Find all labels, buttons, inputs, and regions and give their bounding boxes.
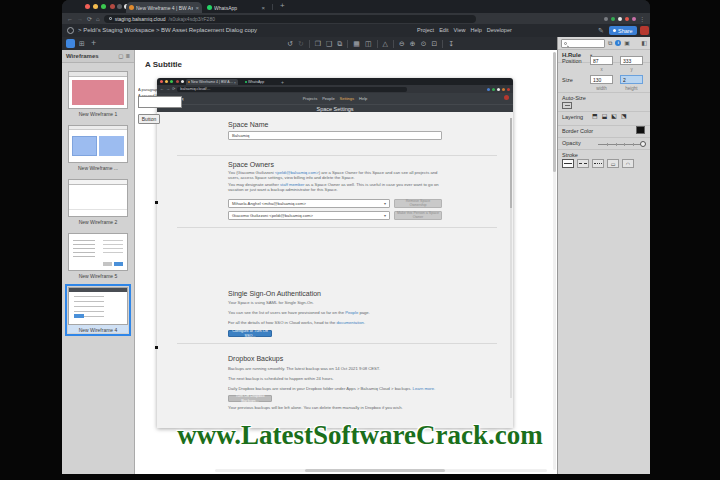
scrollbar-thumb[interactable]	[305, 469, 445, 472]
extension-icon	[492, 88, 495, 91]
extension-icon-1[interactable]	[604, 17, 608, 21]
wireframe-thumb-2[interactable]: New Wireframe ...	[68, 125, 128, 171]
url-text: balsamiq.cloud/…	[180, 87, 210, 91]
duplicate-icon[interactable]: ⧉	[608, 40, 612, 46]
profile-icon[interactable]	[632, 17, 636, 21]
send-to-back-icon[interactable]: ⬔	[621, 112, 627, 119]
menu-item[interactable]: Edit	[439, 27, 448, 33]
bring-to-front-icon[interactable]: ⬒	[592, 112, 598, 119]
mac-zoom-button	[170, 80, 173, 83]
zoom-out-icon[interactable]: ⊖	[399, 40, 405, 47]
corner-square-button[interactable]: ▭	[607, 159, 619, 168]
wireframe-thumbnail[interactable]	[68, 179, 128, 217]
stroke-dashed-button[interactable]	[577, 159, 589, 168]
canvas-horizontal-scrollbar[interactable]	[215, 469, 547, 472]
share-button[interactable]: Share	[609, 26, 637, 35]
sso-heading: Single Sign-On Authentication	[228, 290, 443, 297]
lock-icon[interactable]: △	[383, 40, 388, 47]
list-view-icon[interactable]: ≣	[125, 53, 130, 59]
menu-item[interactable]: Help	[470, 27, 481, 33]
width-input[interactable]	[590, 75, 613, 84]
copy-icon[interactable]: ❐	[315, 40, 321, 47]
canvas-subtitle-text[interactable]: A Subtitle	[145, 60, 182, 69]
canvas[interactable]: A Subtitle A paragraph of text A second …	[135, 50, 557, 474]
forward-icon[interactable]: →	[77, 16, 83, 22]
edit-pencil-icon[interactable]: ✎	[598, 27, 604, 35]
wireframe-view-toggle[interactable]	[66, 39, 75, 48]
home-icon[interactable]: ⌂	[96, 16, 100, 22]
selection-handle[interactable]	[155, 201, 158, 204]
mac-close-button[interactable]	[85, 4, 90, 9]
extension-icon-3[interactable]	[618, 17, 622, 21]
close-tab-icon[interactable]: ×	[261, 5, 265, 11]
browser-tab-whatsapp[interactable]: WhatsApp ×	[204, 2, 268, 13]
reload-icon[interactable]: ⟳	[87, 16, 92, 22]
send-backward-icon[interactable]: ⬕	[611, 112, 617, 119]
canvas-button[interactable]: Button	[138, 114, 160, 124]
thumbnail-view-icon[interactable]: ▢	[118, 53, 123, 59]
pinned-icon-1[interactable]	[110, 4, 115, 9]
zoom-actual-icon[interactable]: ⊙	[421, 40, 427, 47]
align-icon[interactable]: ◫	[365, 40, 372, 47]
space-name-input: Balsamiq	[228, 131, 442, 140]
grid-view-icon[interactable]: ⊞	[79, 39, 85, 48]
wireframe-thumbnail[interactable]	[68, 233, 128, 271]
browser-tab-balsamiq[interactable]: New Wireframe 4 | BW Asset | ×	[126, 2, 202, 13]
border-color-swatch[interactable]	[636, 126, 645, 134]
add-wireframe-button[interactable]: +	[91, 39, 96, 48]
panel-toggle-icon[interactable]: ◧	[641, 40, 647, 46]
address-bar[interactable]: staging.balsamiq.cloud /s0ukajx4sdp3/rF2…	[104, 15, 476, 23]
embedded-nav-menu: ProjectsPeopleSettingsHelp	[303, 96, 368, 101]
duplicate-icon[interactable]: ⧉	[337, 40, 342, 47]
wireframe-thumbnail[interactable]	[68, 125, 128, 163]
corner-round-button[interactable]: ◠	[622, 159, 634, 168]
height-input[interactable]	[620, 75, 643, 84]
position-y-input[interactable]	[620, 56, 643, 65]
breadcrumb[interactable]: > Peldi's Staging Workspace > BW Asset R…	[78, 27, 257, 33]
trash-icon[interactable]: ▣	[624, 40, 630, 46]
scrollbar-thumb[interactable]	[553, 52, 556, 172]
wireframe-thumbnail[interactable]	[68, 71, 128, 109]
canvas-text-input[interactable]	[138, 96, 182, 108]
mac-zoom-button[interactable]	[101, 4, 106, 9]
export-icon[interactable]: ↧	[448, 40, 454, 47]
undo-icon[interactable]: ↺	[287, 40, 293, 47]
wireframe-thumbnail[interactable]	[68, 287, 128, 325]
embedded-screenshot[interactable]: New Wireframe 4 | BW A… × WhatsApp + ← →…	[157, 78, 513, 428]
selection-handle[interactable]	[155, 346, 158, 349]
menu-item[interactable]: View	[454, 27, 466, 33]
position-x-input[interactable]	[590, 56, 613, 65]
zoom-in-icon[interactable]: ⊕	[410, 40, 416, 47]
wireframe-thumb-5[interactable]: New Wireframe 4	[68, 287, 128, 333]
opacity-slider-track[interactable]	[598, 144, 642, 145]
redo-icon[interactable]: ↻	[298, 40, 304, 47]
menu-item[interactable]: Project	[417, 27, 434, 33]
bring-forward-icon[interactable]: ⬓	[602, 112, 608, 119]
autosize-toggle-icon[interactable]	[562, 102, 572, 109]
info-icon[interactable]: i	[615, 40, 621, 46]
toolbar-icon	[442, 40, 443, 48]
canvas-vertical-scrollbar[interactable]	[553, 52, 556, 470]
zoom-fit-icon[interactable]: ⊡	[432, 40, 438, 47]
wireframe-thumb-1[interactable]: New Wireframe 1	[68, 71, 128, 117]
new-tab-button[interactable]: +	[280, 1, 285, 10]
quick-add-input[interactable]	[561, 39, 605, 48]
mac-minimize-button[interactable]	[93, 4, 98, 9]
crop-icon[interactable]: ▦	[353, 40, 360, 47]
wireframe-thumb-4[interactable]: New Wireframe 5	[68, 233, 128, 279]
back-icon[interactable]: ←	[67, 16, 73, 22]
stroke-solid-button[interactable]	[562, 159, 574, 168]
stroke-dotted-button[interactable]	[592, 159, 604, 168]
opacity-slider-knob[interactable]	[640, 141, 646, 147]
wireframe-thumb-3[interactable]: New Wireframe 2	[68, 179, 128, 225]
extension-icon-2[interactable]	[611, 17, 615, 21]
paste-icon[interactable]: ❑	[326, 40, 332, 47]
pinned-icon-2[interactable]	[117, 4, 122, 9]
share-label: Share	[618, 28, 633, 34]
close-tab-icon[interactable]: ×	[195, 5, 199, 11]
menu-item[interactable]: Developer	[487, 27, 512, 33]
browser-menu-icon[interactable]: ⋮	[639, 15, 645, 22]
extension-icon-4[interactable]	[625, 17, 629, 21]
user-avatar[interactable]	[640, 26, 649, 35]
balsamiq-logo-icon[interactable]	[67, 27, 74, 34]
